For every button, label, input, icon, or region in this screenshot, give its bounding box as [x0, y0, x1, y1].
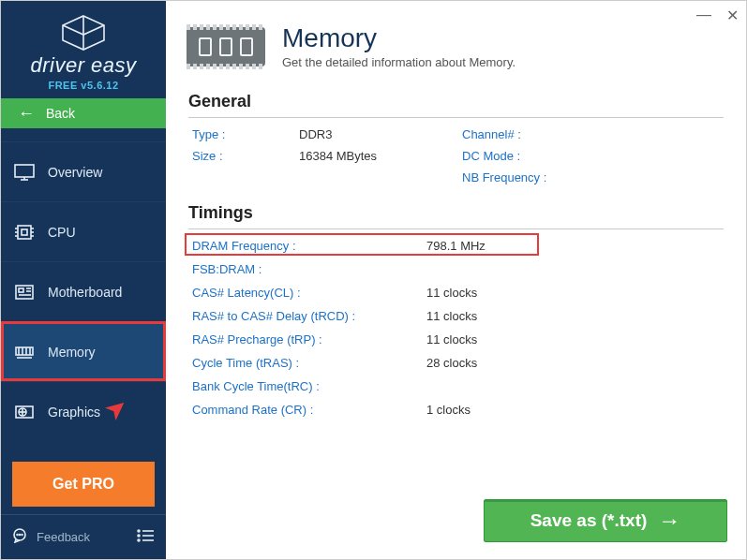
sidebar-item-overview[interactable]: Overview: [1, 141, 166, 201]
save-label: Save as (*.txt): [530, 510, 648, 531]
cpu-icon: [14, 224, 35, 241]
timing-key: Cycle Time (tRAS) :: [192, 356, 426, 370]
svg-rect-1: [15, 165, 34, 177]
sidebar-item-cpu[interactable]: CPU: [1, 201, 166, 261]
timing-key: RAS# Precharge (tRP) :: [192, 332, 426, 346]
general-type-key: Type :: [192, 127, 295, 141]
timings-grid: DRAM Frequency : 798.1 MHz FSB:DRAM : CA…: [188, 229, 724, 420]
timing-value: [426, 262, 558, 276]
chat-icon: [12, 528, 29, 546]
svg-rect-4: [18, 226, 31, 239]
sidebar-item-label: Motherboard: [48, 285, 122, 300]
section-title-timings: Timings: [188, 198, 724, 229]
close-button[interactable]: ✕: [726, 7, 739, 24]
svg-point-30: [22, 535, 22, 536]
timing-value: 11 clocks: [426, 332, 558, 346]
get-pro-button[interactable]: Get PRO: [12, 462, 155, 507]
page-subtitle: Get the detailed information about Memor…: [282, 55, 515, 69]
window-controls: — ✕: [696, 7, 739, 24]
timing-key: RAS# to CAS# Delay (tRCD) :: [192, 309, 426, 323]
general-type-value: DDR3: [299, 127, 458, 141]
sidebar-item-motherboard[interactable]: Motherboard: [1, 261, 166, 321]
general-dcmode-key: DC Mode :: [462, 149, 603, 163]
brand-block: driver easy FREE v5.6.12: [1, 1, 166, 98]
brand-name: driver easy: [1, 53, 166, 78]
back-arrow-icon: ←: [18, 105, 35, 122]
timing-key: Bank Cycle Time(tRC) :: [192, 379, 426, 393]
general-grid: Type : DDR3 Channel# : Size : 16384 MByt…: [188, 118, 724, 190]
timing-value: 28 clocks: [426, 356, 558, 370]
svg-point-31: [138, 530, 140, 532]
back-label: Back: [46, 106, 75, 121]
timing-value: 798.1 MHz: [426, 239, 558, 253]
graphics-icon: [14, 404, 35, 420]
svg-point-29: [20, 535, 21, 536]
get-pro-label: Get PRO: [52, 476, 114, 493]
motherboard-icon: [14, 284, 35, 301]
svg-point-28: [17, 535, 18, 536]
timing-key: CAS# Latency(CL) :: [192, 286, 426, 300]
svg-rect-13: [19, 288, 23, 292]
svg-point-33: [138, 535, 140, 537]
svg-point-35: [138, 539, 140, 541]
sidebar-nav: Overview CPU Motherboard Memory: [1, 141, 166, 441]
info-panel: General Type : DDR3 Channel# : Size : 16…: [166, 79, 746, 490]
timing-value: 11 clocks: [426, 309, 558, 323]
timing-key: Command Rate (CR) :: [192, 403, 426, 417]
timing-key: FSB:DRAM :: [192, 262, 426, 276]
back-button[interactable]: ← Back: [1, 98, 166, 128]
save-bar: Save as (*.txt) →: [166, 490, 746, 559]
general-dcmode-value: [606, 149, 681, 163]
app-window: driver easy FREE v5.6.12 ← Back Overview…: [0, 0, 747, 560]
general-nbfreq-value: [606, 170, 681, 184]
timing-value: [426, 379, 558, 393]
timing-value: 1 clocks: [426, 403, 558, 417]
sidebar-footer: Feedback: [1, 514, 166, 559]
page-title: Memory: [282, 23, 515, 53]
page-header: Memory Get the detailed information abou…: [166, 1, 746, 79]
brand-version: FREE v5.6.12: [1, 80, 166, 91]
memory-icon: [14, 344, 35, 361]
sidebar-item-label: Graphics: [48, 405, 100, 420]
general-nbfreq-key: NB Frequency :: [462, 170, 603, 184]
timing-value: 11 clocks: [426, 286, 558, 300]
sidebar-item-label: Memory: [48, 345, 96, 360]
sidebar-item-memory[interactable]: Memory: [1, 321, 166, 381]
get-pro-area: Get PRO: [1, 454, 166, 514]
sidebar-item-label: Overview: [48, 165, 102, 180]
general-channel-key: Channel# :: [462, 127, 603, 141]
brand-logo-icon: [1, 14, 166, 52]
general-size-value: 16384 MBytes: [299, 149, 458, 163]
monitor-icon: [14, 164, 35, 181]
general-channel-value: [606, 127, 681, 141]
sidebar: driver easy FREE v5.6.12 ← Back Overview…: [1, 1, 166, 559]
content-pane: — ✕ Memory Get the detailed information …: [166, 1, 746, 559]
feedback-label: Feedback: [37, 530, 90, 544]
memory-chip-icon: [187, 27, 265, 66]
arrow-right-icon: →: [658, 508, 680, 534]
feedback-button[interactable]: Feedback: [12, 528, 90, 546]
save-as-txt-button[interactable]: Save as (*.txt) →: [484, 499, 727, 542]
minimize-button[interactable]: —: [696, 7, 711, 24]
timing-key: DRAM Frequency :: [192, 239, 426, 253]
sidebar-item-graphics[interactable]: Graphics: [1, 381, 166, 441]
svg-rect-5: [22, 229, 27, 235]
section-title-general: General: [188, 86, 724, 118]
list-menu-icon[interactable]: [136, 529, 155, 546]
sidebar-item-label: CPU: [48, 225, 76, 240]
general-size-key: Size :: [192, 149, 295, 163]
